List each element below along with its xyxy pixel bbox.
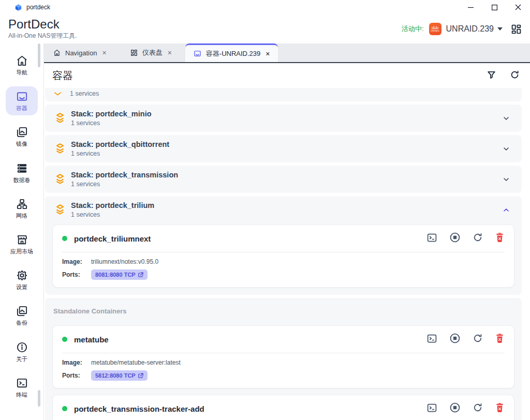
image-value: metatube/metatube-server:latest	[91, 359, 181, 366]
stack-layers-icon	[53, 203, 67, 217]
stack-row-qbittorrent[interactable]: Stack: portdeck_qbittorrent 1 services	[45, 135, 522, 162]
home-icon	[16, 55, 28, 67]
restart-button[interactable]	[473, 333, 483, 346]
stack-services: 1 services	[71, 211, 154, 218]
stack-layers-icon	[53, 173, 67, 186]
container-name: portdeck_transmission-tracker-add	[74, 404, 204, 413]
page-title: 容器	[52, 69, 73, 83]
sidebar-item-images[interactable]: 镜像	[6, 122, 38, 151]
delete-button[interactable]	[495, 402, 505, 415]
status-running-dot	[62, 406, 67, 411]
sidebar-item-containers[interactable]: 容器	[6, 86, 38, 115]
chevron-down-icon[interactable]	[502, 175, 510, 184]
container-card-triliumnext: portdeck_triliumnext Image: triliumnext/…	[52, 224, 514, 288]
home-icon	[53, 49, 61, 56]
stack-name: Stack: portdeck_qbittorrent	[71, 140, 169, 148]
port-mapping-link[interactable]: 5812:8080 TCP	[91, 370, 148, 381]
gear-icon	[16, 269, 28, 281]
sidebar-item-terminal[interactable]: 终端	[6, 373, 38, 402]
window-title: portdeck	[26, 4, 50, 11]
status-running-dot	[62, 236, 67, 241]
maximize-button[interactable]	[482, 0, 506, 14]
image-value: triliumnext/notes:v0.95.0	[91, 258, 158, 265]
stack-layers-icon	[53, 112, 67, 125]
stack-services: 1 services	[71, 181, 178, 188]
chevron-down-icon[interactable]	[497, 27, 503, 31]
exec-terminal-button[interactable]	[426, 333, 437, 346]
tab-close-icon[interactable]: ×	[168, 49, 172, 56]
volumes-icon	[16, 162, 28, 174]
restart-button[interactable]	[473, 402, 483, 415]
active-status-label: 活动中:	[402, 24, 424, 34]
stack-group-trilium: Stack: portdeck_trilium 1 services portd…	[45, 196, 522, 295]
app-logo-icon	[14, 4, 22, 11]
window-controls	[459, 0, 530, 14]
sidebar-item-appstore[interactable]: 应用市场	[6, 230, 38, 259]
tab-dashboard[interactable]: 仪表盘 ×	[124, 43, 178, 62]
delete-button[interactable]	[495, 232, 505, 245]
layout-grid-button[interactable]	[511, 24, 522, 35]
network-icon	[16, 198, 28, 210]
sidebar-item-navigation[interactable]: 导航	[6, 51, 38, 80]
info-icon	[16, 341, 28, 353]
tab-close-icon[interactable]: ×	[266, 50, 270, 57]
external-link-icon	[138, 373, 143, 378]
tab-close-icon[interactable]: ×	[102, 49, 106, 56]
sidebar-item-volumes[interactable]: 数据卷	[6, 158, 38, 187]
app-title: PortDeck	[8, 18, 77, 31]
unraid-logo-icon: UNRAID	[429, 23, 441, 35]
exec-terminal-button[interactable]	[426, 402, 437, 415]
image-label: Image:	[62, 359, 91, 366]
delete-button[interactable]	[495, 333, 505, 346]
sidebar: 导航 容器 镜像 数据卷 网络 应用市场 设置 备份	[0, 43, 44, 420]
refresh-button[interactable]	[510, 70, 520, 82]
stack-row-partial[interactable]: 1 services	[45, 88, 522, 101]
server-selector[interactable]: UNRAID.239	[446, 24, 494, 34]
minimize-button[interactable]	[459, 0, 482, 14]
stack-layers-icon	[54, 89, 61, 98]
tab-bar: Navigation × 仪表盘 × 容器-UNRAID.239 ×	[44, 43, 530, 63]
chevron-up-icon[interactable]	[502, 206, 510, 214]
stack-name: Stack: portdeck_trilium	[71, 201, 154, 209]
exec-terminal-button[interactable]	[426, 232, 437, 245]
sidebar-item-backup[interactable]: 备份	[6, 301, 38, 330]
image-label: Image:	[62, 258, 91, 265]
stop-button[interactable]	[449, 402, 461, 415]
filter-button[interactable]	[487, 70, 496, 82]
stop-button[interactable]	[449, 232, 461, 245]
restart-button[interactable]	[473, 232, 483, 245]
external-link-icon	[138, 272, 143, 277]
storefront-icon	[16, 234, 28, 246]
tab-containers-unraid[interactable]: 容器-UNRAID.239 ×	[185, 43, 278, 62]
container-card-metatube: metatube Image: metatube/metatube-server…	[52, 325, 514, 388]
stack-name: Stack: portdeck_transmission	[71, 171, 178, 179]
tab-navigation[interactable]: Navigation ×	[47, 43, 113, 62]
container-name: metatube	[74, 335, 109, 344]
container-card-tracker-add: portdeck_transmission-tracker-add Image:…	[52, 395, 514, 420]
chevron-down-icon[interactable]	[502, 114, 510, 123]
stack-row-transmission[interactable]: Stack: portdeck_transmission 1 services	[45, 166, 522, 193]
container-list: 1 services Stack: portdeck_minio 1 servi…	[44, 88, 530, 420]
ports-label: Ports:	[62, 271, 91, 278]
divider	[62, 252, 505, 252]
page-header: 容器	[44, 63, 530, 88]
sidebar-scrollbar-thumb[interactable]	[38, 43, 40, 67]
app-subtitle: All-in-One NAS管理工具.	[8, 32, 77, 40]
dashboard-grid-icon	[130, 49, 138, 56]
sidebar-item-network[interactable]: 网络	[6, 194, 38, 223]
stack-row-trilium[interactable]: Stack: portdeck_trilium 1 services	[45, 196, 522, 223]
sidebar-scrollbar-thumb[interactable]	[38, 390, 40, 407]
container-icon	[194, 50, 201, 57]
close-button[interactable]	[506, 0, 530, 14]
sidebar-item-about[interactable]: 关于	[6, 337, 38, 366]
stack-services: 1 services	[71, 119, 152, 127]
stop-button[interactable]	[449, 333, 461, 346]
titlebar: portdeck	[0, 0, 530, 14]
stack-row-minio[interactable]: Stack: portdeck_minio 1 services	[45, 104, 522, 132]
backup-icon	[16, 305, 28, 317]
sidebar-item-settings[interactable]: 设置	[6, 265, 38, 294]
chevron-down-icon[interactable]	[502, 145, 510, 153]
status-running-dot	[62, 337, 67, 342]
port-mapping-link[interactable]: 8081:8080 TCP	[91, 269, 148, 280]
terminal-icon	[16, 377, 28, 389]
